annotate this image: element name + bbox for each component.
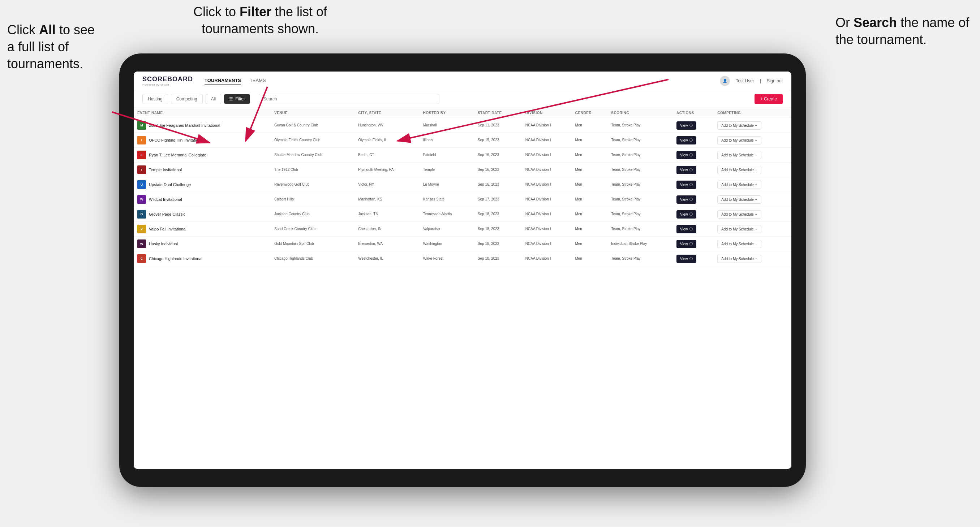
- cell-city-state: Berlin, CT: [355, 148, 420, 162]
- cell-venue: Jackson Country Club: [270, 207, 355, 222]
- annotation-topright: Or Search the name of the tournament.: [835, 14, 973, 48]
- cell-actions: View ⓘ: [673, 207, 714, 222]
- cell-gender: Men: [571, 251, 608, 266]
- all-tab[interactable]: All: [205, 94, 221, 104]
- cell-city-state: Olympia Fields, IL: [355, 133, 420, 148]
- add-schedule-button[interactable]: Add to My Schedule +: [717, 121, 761, 130]
- event-name-text: Upstate Dual Challenge: [149, 183, 191, 187]
- cell-scoring: Team, Stroke Play: [608, 251, 673, 266]
- cell-city-state: Westchester, IL: [355, 251, 420, 266]
- cell-gender: Men: [571, 192, 608, 207]
- plus-icon: +: [755, 227, 757, 231]
- team-logo: W: [137, 240, 146, 248]
- event-name-text: Grover Page Classic: [149, 212, 185, 216]
- filter-icon: ☰: [229, 97, 233, 102]
- cell-division: NCAA Division I: [522, 192, 572, 207]
- table-row: I OFCC Fighting Illini Invitational Olym…: [134, 133, 791, 148]
- cell-actions: View ⓘ: [673, 162, 714, 177]
- add-schedule-button[interactable]: Add to My Schedule +: [717, 255, 761, 263]
- competing-tab[interactable]: Competing: [171, 94, 203, 104]
- add-schedule-button[interactable]: Add to My Schedule +: [717, 195, 761, 204]
- table-row: C Chicago Highlands Invitational Chicago…: [134, 251, 791, 266]
- add-schedule-button[interactable]: Add to My Schedule +: [717, 136, 761, 144]
- cell-competing: Add to My Schedule +: [714, 148, 791, 162]
- cell-start-date: Sep 18, 2023: [474, 237, 522, 251]
- plus-icon: +: [755, 138, 757, 142]
- plus-icon: +: [755, 153, 757, 157]
- col-start-date: START DATE: [474, 108, 522, 118]
- cell-scoring: Team, Stroke Play: [608, 177, 673, 192]
- cell-gender: Men: [571, 118, 608, 133]
- logo-area: SCOREBOARD Powered by clippd: [142, 76, 193, 86]
- info-icon: ⓘ: [689, 227, 693, 232]
- info-icon: ⓘ: [689, 183, 693, 187]
- add-schedule-button[interactable]: Add to My Schedule +: [717, 225, 761, 233]
- event-name-text: Husky Individual: [149, 242, 178, 246]
- view-button[interactable]: View ⓘ: [676, 225, 696, 233]
- search-input[interactable]: [259, 94, 439, 104]
- cell-actions: View ⓘ: [673, 192, 714, 207]
- table-row: V Valpo Fall Invitational Sand Creek Cou…: [134, 222, 791, 237]
- add-schedule-button[interactable]: Add to My Schedule +: [717, 210, 761, 219]
- view-button[interactable]: View ⓘ: [676, 151, 696, 159]
- cell-competing: Add to My Schedule +: [714, 222, 791, 237]
- cell-start-date: Sep 18, 2023: [474, 251, 522, 266]
- nav-tab-teams[interactable]: TEAMS: [250, 76, 266, 85]
- view-button[interactable]: View ⓘ: [676, 181, 696, 189]
- team-logo: C: [137, 254, 146, 263]
- cell-actions: View ⓘ: [673, 177, 714, 192]
- team-logo: U: [137, 180, 146, 189]
- event-name-text: Chicago Highlands Invitational: [149, 256, 202, 261]
- view-button[interactable]: View ⓘ: [676, 210, 696, 219]
- cell-division: NCAA Division I: [522, 133, 572, 148]
- cell-gender: Men: [571, 222, 608, 237]
- plus-icon: +: [755, 213, 757, 216]
- cell-gender: Men: [571, 133, 608, 148]
- cell-start-date: Sep 17, 2023: [474, 192, 522, 207]
- plus-icon: +: [755, 183, 757, 187]
- cell-competing: Add to My Schedule +: [714, 133, 791, 148]
- view-button[interactable]: View ⓘ: [676, 166, 696, 174]
- cell-venue: Ravenwood Golf Club: [270, 177, 355, 192]
- col-hosted-by: HOSTED BY: [420, 108, 474, 118]
- cell-division: NCAA Division I: [522, 222, 572, 237]
- view-button[interactable]: View ⓘ: [676, 121, 696, 130]
- annotation-topleft: Click All to see a full list of tourname…: [7, 22, 101, 72]
- nav-tab-tournaments[interactable]: TOURNAMENTS: [205, 76, 241, 85]
- hosting-tab[interactable]: Hosting: [142, 94, 168, 104]
- cell-venue: Olympia Fields Country Club: [270, 133, 355, 148]
- filter-button[interactable]: ☰ Filter: [224, 94, 250, 104]
- cell-event-name: W Husky Individual: [134, 237, 270, 251]
- cell-event-name: T Temple Invitational: [134, 162, 270, 177]
- team-logo: G: [137, 210, 146, 219]
- main-nav: TOURNAMENTS TEAMS: [205, 76, 720, 85]
- add-schedule-button[interactable]: Add to My Schedule +: [717, 151, 761, 159]
- cell-city-state: Jackson, TN: [355, 207, 420, 222]
- signout-link[interactable]: Sign out: [767, 78, 783, 83]
- event-name-text: 2023 Joe Feaganes Marshall Invitational: [149, 123, 220, 127]
- plus-icon: +: [755, 242, 757, 246]
- table-row: G Grover Page Classic Jackson Country Cl…: [134, 207, 791, 222]
- add-schedule-button[interactable]: Add to My Schedule +: [717, 240, 761, 248]
- add-schedule-button[interactable]: Add to My Schedule +: [717, 166, 761, 174]
- view-button[interactable]: View ⓘ: [676, 240, 696, 248]
- table-row: F Ryan T. Lee Memorial Collegiate Shuttl…: [134, 148, 791, 162]
- info-icon: ⓘ: [689, 242, 693, 246]
- cell-competing: Add to My Schedule +: [714, 207, 791, 222]
- cell-hosted-by: Wake Forest: [420, 251, 474, 266]
- info-icon: ⓘ: [689, 168, 693, 172]
- cell-city-state: Plymouth Meeting, PA: [355, 162, 420, 177]
- annotation-topcenter: Click to Filter the list of tournaments …: [177, 3, 343, 38]
- cell-scoring: Team, Stroke Play: [608, 148, 673, 162]
- view-button[interactable]: View ⓘ: [676, 195, 696, 204]
- cell-city-state: Huntington, WV: [355, 118, 420, 133]
- info-icon: ⓘ: [689, 153, 693, 157]
- cell-scoring: Team, Stroke Play: [608, 118, 673, 133]
- view-button[interactable]: View ⓘ: [676, 136, 696, 144]
- add-schedule-button[interactable]: Add to My Schedule +: [717, 181, 761, 189]
- cell-event-name: I OFCC Fighting Illini Invitational: [134, 133, 270, 148]
- cell-division: NCAA Division I: [522, 207, 572, 222]
- filter-label: Filter: [235, 97, 245, 102]
- create-button[interactable]: + Create: [754, 94, 783, 104]
- view-button[interactable]: View ⓘ: [676, 255, 696, 263]
